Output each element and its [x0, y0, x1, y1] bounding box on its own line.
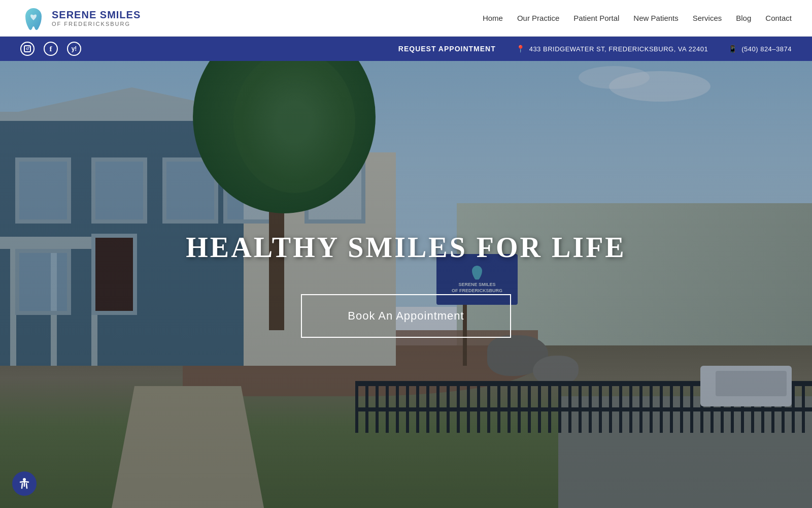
info-right: REQUEST APPOINTMENT 📍 433 BRIDGEWATER ST…: [398, 45, 792, 53]
pin-icon: 📍: [516, 45, 525, 53]
phone-info: 📱 (540) 824–3874: [728, 45, 792, 53]
logo-icon: [20, 5, 47, 31]
book-appointment-button[interactable]: Book An Appointment: [301, 294, 511, 338]
address-info: 📍 433 BRIDGEWATER ST, FREDERICKSBURG, VA…: [516, 45, 708, 53]
logo-text: Serene Smiles of Fredericksburg: [52, 9, 141, 27]
hero-section: SERENE SMILESOF FREDERICKSBURG // We'll …: [0, 61, 812, 508]
social-icons: f y!: [20, 42, 81, 56]
accessibility-icon: [18, 477, 31, 490]
nav-item-services[interactable]: Services: [693, 14, 722, 23]
address-text: 433 BRIDGEWATER ST, FREDERICKSBURG, VA 2…: [529, 45, 708, 53]
phone-text: (540) 824–3874: [741, 45, 792, 53]
logo-tagline: of Fredericksburg: [52, 21, 141, 27]
logo[interactable]: Serene Smiles of Fredericksburg: [20, 5, 141, 31]
nav-item-our-practice[interactable]: Our Practice: [517, 14, 559, 23]
hero-headline: HEALTHY SMILES FOR LIFE: [186, 231, 626, 264]
request-appointment-link[interactable]: REQUEST APPOINTMENT: [398, 45, 496, 53]
top-navigation: Serene Smiles of Fredericksburg Home Our…: [0, 0, 812, 37]
logo-brand-name: Serene Smiles: [52, 9, 141, 21]
svg-point-0: [23, 478, 26, 481]
nav-item-patient-portal[interactable]: Patient Portal: [573, 14, 619, 23]
nav-item-new-patients[interactable]: New Patients: [633, 14, 678, 23]
phone-icon: 📱: [728, 45, 737, 53]
hero-content: HEALTHY SMILES FOR LIFE Book An Appointm…: [0, 61, 812, 508]
accessibility-button[interactable]: [12, 471, 37, 496]
yelp-icon[interactable]: y!: [67, 42, 81, 56]
info-bar: f y! REQUEST APPOINTMENT 📍 433 BRIDGEWAT…: [0, 37, 812, 61]
nav-item-contact[interactable]: Contact: [765, 14, 792, 23]
nav-menu: Home Our Practice Patient Portal New Pat…: [483, 14, 792, 23]
facebook-icon[interactable]: f: [44, 42, 58, 56]
instagram-icon[interactable]: [20, 42, 35, 56]
nav-item-home[interactable]: Home: [483, 14, 503, 23]
nav-item-blog[interactable]: Blog: [736, 14, 751, 23]
